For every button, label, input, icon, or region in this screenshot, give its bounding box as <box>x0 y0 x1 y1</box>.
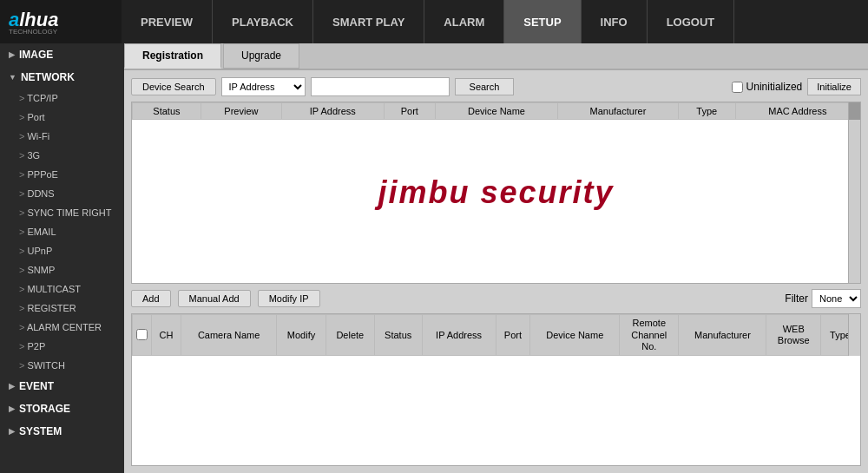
sidebar-item-upnp[interactable]: UPnP <box>0 241 124 260</box>
nav-tab-preview[interactable]: PREVIEW <box>122 0 213 43</box>
col-device-name: Device Name <box>530 315 620 356</box>
camera-table-container: CH Camera Name Modify Delete Status IP A… <box>131 313 861 466</box>
select-all-checkbox[interactable] <box>136 329 148 340</box>
sidebar-item-tcpip[interactable]: TCP/IP <box>0 89 124 108</box>
search-row: Device Search IP Address Device Name Sea… <box>131 77 861 96</box>
content-tab-header: Registration Upgrade <box>124 43 868 70</box>
col-preview: Preview <box>201 103 281 120</box>
camera-table: CH Camera Name Modify Delete Status IP A… <box>132 314 860 356</box>
nav-tab-playback[interactable]: PLAYBACK <box>213 0 313 43</box>
filter-select[interactable]: None <box>812 289 861 308</box>
col-checkbox <box>133 315 152 356</box>
sidebar-item-alarmcenter[interactable]: ALARM CENTER <box>0 318 124 337</box>
sidebar-item-ddns[interactable]: DDNS <box>0 184 124 203</box>
sidebar-item-switch[interactable]: SWITCH <box>0 356 124 375</box>
sidebar-item-wifi[interactable]: Wi-Fi <box>0 127 124 146</box>
col-manufacturer: Manufacturer <box>679 315 766 356</box>
search-type-select[interactable]: IP Address Device Name <box>221 77 306 96</box>
search-button[interactable]: Search <box>455 78 515 95</box>
nav-tabs: PREVIEW PLAYBACK SMART PLAY ALARM SETUP … <box>122 0 734 43</box>
col-device-name: Device Name <box>435 103 557 120</box>
content-area: Registration Upgrade Device Search IP Ad… <box>124 43 868 473</box>
filter-row: Filter None <box>785 289 861 308</box>
sidebar-section-event[interactable]: EVENT <box>0 375 124 397</box>
main-layout: IMAGE NETWORK TCP/IP Port Wi-Fi 3G PPPoE… <box>0 43 868 473</box>
sidebar-item-snmp[interactable]: SNMP <box>0 260 124 279</box>
col-ch: CH <box>152 315 181 356</box>
nav-tab-smartplay[interactable]: SMART PLAY <box>313 0 424 43</box>
sidebar-section-image[interactable]: IMAGE <box>0 43 124 66</box>
nav-tab-info[interactable]: INFO <box>582 0 648 43</box>
col-manufacturer: Manufacturer <box>558 103 679 120</box>
lower-controls: Add Manual Add Modify IP Filter None <box>131 289 861 308</box>
uninitialized-check: Uninitialized <box>732 81 803 93</box>
col-camera-name: Camera Name <box>181 315 277 356</box>
filter-label: Filter <box>785 292 808 305</box>
logo-tagline: TECHNOLOGY <box>9 28 58 36</box>
watermark: jimbu security <box>378 174 614 211</box>
col-status: Status <box>374 315 422 356</box>
col-ip: IP Address <box>422 315 496 356</box>
sidebar-item-pppoe[interactable]: PPPoE <box>0 165 124 184</box>
initialize-button[interactable]: Initialize <box>807 78 861 95</box>
sidebar-section-system[interactable]: SYSTEM <box>0 420 124 443</box>
top-bar: alhua TECHNOLOGY PREVIEW PLAYBACK SMART … <box>0 0 868 43</box>
upper-table-scrollbar[interactable] <box>848 102 860 283</box>
content-body: Device Search IP Address Device Name Sea… <box>124 70 868 473</box>
tab-upgrade[interactable]: Upgrade <box>223 43 299 69</box>
col-status: Status <box>133 103 201 120</box>
sidebar-item-p2p[interactable]: P2P <box>0 337 124 356</box>
col-remote-ch: RemoteChannelNo. <box>620 315 679 356</box>
col-mac-address: MAC Address <box>735 103 859 120</box>
col-port: Port <box>384 103 435 120</box>
sidebar-item-synctimeright[interactable]: SYNC TIME RIGHT <box>0 203 124 222</box>
uninitialized-checkbox[interactable] <box>732 82 743 93</box>
sidebar-item-port[interactable]: Port <box>0 108 124 127</box>
col-modify: Modify <box>277 315 326 356</box>
sidebar-item-email[interactable]: EMAIL <box>0 222 124 241</box>
sidebar-item-multicast[interactable]: MULTICAST <box>0 279 124 299</box>
search-input[interactable] <box>311 77 450 96</box>
logo: alhua TECHNOLOGY <box>0 0 122 43</box>
nav-tab-setup[interactable]: SETUP <box>504 0 581 43</box>
device-search-button[interactable]: Device Search <box>131 78 216 95</box>
sidebar-section-storage[interactable]: STORAGE <box>0 397 124 420</box>
sidebar-item-3g[interactable]: 3G <box>0 146 124 165</box>
uninitialized-label: Uninitialized <box>746 81 803 93</box>
manual-add-button[interactable]: Manual Add <box>178 290 251 307</box>
col-delete: Delete <box>326 315 374 356</box>
col-ip-address: IP Address <box>281 103 384 120</box>
modify-ip-button[interactable]: Modify IP <box>258 290 320 307</box>
col-web-browse: WEBBrowse <box>766 315 821 356</box>
sidebar-item-register[interactable]: REGISTER <box>0 299 124 318</box>
lower-table-scrollbar[interactable] <box>848 313 860 356</box>
add-button[interactable]: Add <box>131 290 171 307</box>
device-table: Status Preview IP Address Port Device Na… <box>132 102 860 120</box>
device-table-container: Status Preview IP Address Port Device Na… <box>131 102 861 284</box>
col-type: Type <box>678 103 735 120</box>
tab-registration[interactable]: Registration <box>124 43 221 69</box>
sidebar: IMAGE NETWORK TCP/IP Port Wi-Fi 3G PPPoE… <box>0 43 124 473</box>
col-port: Port <box>496 315 530 356</box>
sidebar-section-network[interactable]: NETWORK <box>0 66 124 89</box>
nav-tab-logout[interactable]: LOGOUT <box>648 0 735 43</box>
scrollbar-thumb[interactable] <box>849 102 860 120</box>
nav-tab-alarm[interactable]: ALARM <box>424 0 504 43</box>
